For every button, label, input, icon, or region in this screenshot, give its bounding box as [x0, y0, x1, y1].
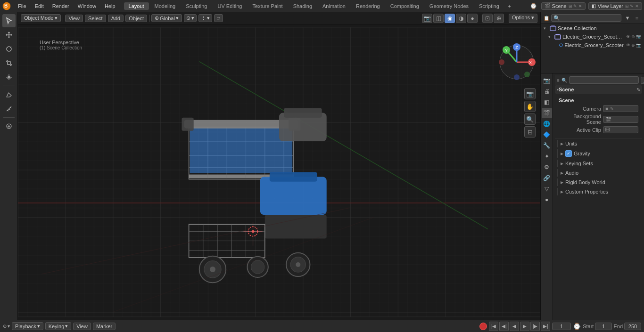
rigid-body-header[interactable]: ▶ Rigid Body World	[561, 178, 642, 186]
props-pin-icon[interactable]: 📌	[641, 77, 644, 84]
prop-viewlayer-icon[interactable]: ◧	[542, 97, 552, 107]
tab-sculpting[interactable]: Sculpting	[181, 2, 212, 10]
measure-tool[interactable]	[2, 102, 16, 115]
tab-animation[interactable]: Animation	[318, 2, 350, 10]
props-filter-icon[interactable]: 🔍	[561, 78, 567, 83]
keying-sets-header[interactable]: ▶ Keying Sets	[561, 160, 642, 167]
background-scene-value[interactable]: 🎬	[603, 116, 638, 123]
scene-section-pin[interactable]: ✎	[636, 87, 640, 92]
prev-keyframe-btn[interactable]: ◀|	[499, 322, 509, 331]
end-frame-input[interactable]: 250	[624, 323, 641, 330]
active-clip-value[interactable]: 🎞	[603, 126, 638, 133]
camera-view-icon[interactable]: 📷	[524, 88, 536, 99]
tab-texture-paint[interactable]: Texture Paint	[248, 2, 287, 10]
start-frame-input[interactable]: 1	[595, 323, 612, 330]
timeline-mode-selector[interactable]: ⊙ ▾	[3, 324, 10, 329]
gravity-checkbox[interactable]: ✓	[565, 150, 572, 157]
proportional-edit[interactable]: ⊃	[214, 14, 223, 22]
record-button[interactable]	[479, 323, 487, 330]
tab-shading[interactable]: Shading	[289, 2, 317, 10]
viewport-gizmo-toggle[interactable]: ⊕	[494, 14, 504, 23]
prop-constraints-icon[interactable]: 🔗	[542, 173, 552, 183]
viewport-camera-icon[interactable]: 📷	[422, 14, 432, 23]
menu-window[interactable]: Window	[74, 2, 100, 10]
menu-help[interactable]: Help	[101, 2, 119, 10]
view-menu-btn-tl[interactable]: View	[73, 323, 91, 330]
tab-rendering[interactable]: Rendering	[351, 2, 385, 10]
gravity-header[interactable]: ▶ ✓ Gravity	[561, 149, 642, 158]
tab-compositing[interactable]: Compositing	[386, 2, 424, 10]
select-menu-btn[interactable]: Select	[85, 15, 106, 22]
outliner-render-icon[interactable]: 📷	[636, 34, 641, 39]
prop-modifier-icon[interactable]: 🔧	[542, 140, 552, 151]
viewport-overlay-toggle[interactable]: ⊡	[482, 14, 493, 23]
tab-modeling[interactable]: Modeling	[150, 2, 181, 10]
camera-value[interactable]: ■ ✎	[603, 105, 638, 112]
jump-end-btn[interactable]: ▶|	[541, 322, 550, 331]
add-menu-btn[interactable]: Add	[108, 15, 124, 22]
viewport-3d[interactable]: Object Mode ▾ View Select Add Object ⊕ G…	[18, 12, 540, 320]
custom-props-header[interactable]: ▶ Custom Properties	[561, 188, 642, 195]
view-layer-selector[interactable]: ◧ View Layer ⊞ ✎ ✕	[588, 2, 642, 10]
scene-properties-header[interactable]: ▾ Scene ✎	[555, 85, 642, 94]
snap-selector[interactable]: ⋮▾	[198, 14, 212, 22]
timing-icon[interactable]: ⌚	[573, 323, 581, 330]
properties-search-input[interactable]	[569, 76, 639, 84]
camera-edit-icon[interactable]: ✎	[610, 106, 614, 111]
tab-uv-editing[interactable]: UV Editing	[213, 2, 247, 10]
outliner-sort-icon[interactable]: ≡	[633, 14, 641, 22]
menu-edit[interactable]: Edit	[31, 2, 48, 10]
viewport-gizmo[interactable]: X Y Z	[498, 43, 536, 81]
playback-menu-btn[interactable]: Playback▾	[12, 322, 43, 330]
object-menu-btn[interactable]: Object	[125, 15, 147, 22]
viewport-canvas[interactable]: User Perspective (1) Scene Collection X …	[18, 24, 540, 320]
menu-render[interactable]: Render	[49, 2, 73, 10]
rotate-tool[interactable]	[2, 42, 16, 56]
outliner-search-input[interactable]	[551, 14, 621, 22]
outliner-item-scooter-collection[interactable]: ▾ Electric_Grocery_Scooter_New 👁 ⊕ 📷	[541, 32, 644, 41]
keying-menu-btn[interactable]: Keying▾	[45, 322, 72, 330]
prop-output-icon[interactable]: 🖨	[542, 86, 552, 97]
play-reverse-btn[interactable]: ◀	[510, 322, 519, 331]
audio-header[interactable]: ▶ Audio	[561, 169, 642, 177]
zoom-icon[interactable]: 🔍	[524, 113, 536, 125]
annotate-tool[interactable]	[2, 88, 16, 101]
scene-selector[interactable]: 🎬 Scene ⊞ ✎ ✕	[541, 2, 586, 10]
mesh-visibility-eye[interactable]: 👁	[626, 43, 630, 48]
scale-tool[interactable]	[2, 57, 16, 70]
add-workspace-button[interactable]: +	[505, 1, 514, 11]
prop-scene-icon[interactable]: 🎬	[542, 108, 552, 118]
mesh-viewport-icon[interactable]: ⊕	[631, 43, 635, 48]
transform-space-selector[interactable]: ⊕ Global ▾	[151, 14, 182, 22]
tab-layout[interactable]: Layout	[124, 2, 149, 10]
next-keyframe-btn[interactable]: |▶	[530, 322, 540, 331]
prop-world-icon[interactable]: 🌐	[542, 119, 552, 129]
viewport-shading-wire[interactable]: ◫	[433, 14, 444, 23]
pivot-selector[interactable]: ⊙▾	[184, 14, 197, 22]
units-header[interactable]: ▶ Units	[561, 140, 642, 147]
viewport-shading-solid[interactable]: ◉	[445, 14, 455, 23]
outliner-item-scooter-mesh[interactable]: ▾ Electric_Grocery_Scooter. 👁 ⊕ 📷	[541, 41, 644, 49]
outliner-viewport-icon[interactable]: ⊕	[631, 34, 635, 39]
transform-tool[interactable]	[2, 71, 16, 84]
props-menu-icon[interactable]: ≡	[557, 78, 560, 83]
marker-menu-btn[interactable]: Marker	[93, 323, 116, 330]
prop-material-icon[interactable]: ●	[542, 194, 552, 205]
prop-data-icon[interactable]: ▽	[542, 184, 552, 194]
play-btn[interactable]: ▶	[520, 322, 529, 331]
view-menu-btn[interactable]: View	[65, 15, 83, 22]
viewport-shading-rendered[interactable]: ●	[467, 14, 478, 23]
add-tool[interactable]	[2, 120, 16, 133]
outliner-filter-icon[interactable]: ▼	[623, 14, 632, 22]
viewport-shading-lp[interactable]: ◑	[456, 14, 466, 23]
outliner-scene-collection[interactable]: ▾ Scene Collection	[541, 24, 644, 32]
object-mode-selector[interactable]: Object Mode ▾	[21, 14, 61, 22]
prop-object-icon[interactable]: 🔷	[542, 130, 552, 140]
hand-tool-icon[interactable]: ✋	[524, 101, 536, 112]
options-btn[interactable]: Options ▾	[509, 14, 537, 23]
current-frame-input[interactable]: 1	[552, 323, 571, 330]
menu-file[interactable]: File	[14, 2, 30, 10]
prop-particles-icon[interactable]: ✦	[542, 151, 552, 162]
tab-scripting[interactable]: Scripting	[474, 2, 504, 10]
outliner-visibility-eye[interactable]: 👁	[626, 34, 630, 39]
